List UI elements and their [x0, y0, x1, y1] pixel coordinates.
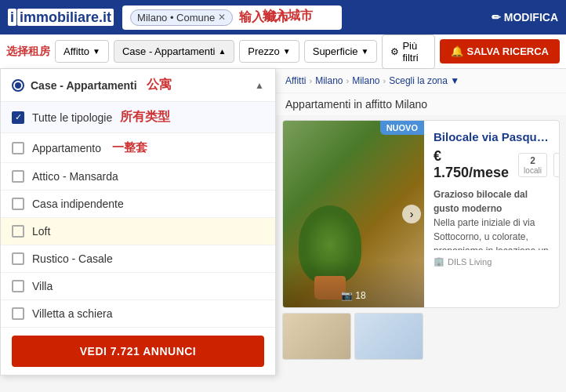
- price-row: € 1.750/mese 2 locali 57 m² superficie: [434, 148, 550, 181]
- breadcrumb-arrow-2: ›: [346, 76, 350, 85]
- tipologia-filter[interactable]: Case - Appartamenti ▲: [114, 40, 234, 63]
- chevron-up-icon: ▲: [218, 47, 226, 56]
- radio-selected-icon: [12, 79, 24, 92]
- listing-info: Bilocale via Pasquale Sottocorr € 1.750/…: [424, 121, 559, 307]
- listing-area: Affitti › Milano › Milano › Scegli la zo…: [276, 69, 566, 392]
- option-attico[interactable]: Attico - Mansarda: [1, 163, 275, 191]
- prezzo-filter[interactable]: Prezzo ▼: [239, 40, 299, 63]
- listing-title[interactable]: Bilocale via Pasquale Sottocorr: [434, 130, 550, 143]
- attico-label: Attico - Mansarda: [32, 170, 118, 183]
- dropdown-header-row: Case - Appartamenti 公寓 ▲: [1, 69, 275, 102]
- appartamento-zh: 一整套: [112, 140, 147, 155]
- checkbox-villetta: [12, 307, 24, 320]
- chevron-down-icon-2: ▼: [283, 47, 291, 56]
- listing-image: NUOVO › 📷 18: [283, 121, 424, 307]
- all-typologies-row[interactable]: Tutte le tipologie 所有类型: [1, 102, 275, 133]
- breadcrumb-arrow-1: ›: [309, 76, 312, 85]
- modifica-button[interactable]: MODIFICA: [492, 11, 558, 24]
- search-bar[interactable]: Milano • Comune ✕ 输入城市: [122, 5, 342, 30]
- salva-ricerca-button[interactable]: SALVA RICERCA: [440, 39, 560, 64]
- checkbox-attico: [12, 170, 24, 183]
- nuovo-badge: NUOVO: [380, 121, 424, 135]
- city-tag[interactable]: Milano • Comune ✕: [130, 9, 233, 26]
- agency-badge: 🏢 DILS Living: [434, 256, 550, 267]
- checkbox-villa: [12, 280, 24, 292]
- checkbox-rustico: [12, 252, 24, 265]
- main-content: Case - Appartamenti 公寓 ▲ Tutte le tipolo…: [0, 69, 566, 392]
- listing-card[interactable]: NUOVO › 📷 18 Bilocale via Pasquale Sotto…: [282, 120, 560, 308]
- desc-title: Grazioso bilocale dal gusto moderno: [434, 189, 528, 214]
- breadcrumb-arrow-3: ›: [383, 76, 386, 85]
- chevron-down-icon-3: ▼: [361, 47, 369, 56]
- appartamento-label: Appartamento: [32, 142, 101, 154]
- next-image-button[interactable]: ›: [402, 205, 421, 223]
- remove-city-icon[interactable]: ✕: [218, 12, 226, 23]
- piu-filtri-button[interactable]: ⚙ Più filtri: [382, 34, 434, 69]
- thumbnail-strip: [282, 313, 560, 360]
- breadcrumb-affitti[interactable]: Affitti: [285, 75, 306, 86]
- page-title: Appartamenti in affitto Milano: [276, 93, 566, 115]
- agency-icon: 🏢: [434, 256, 444, 267]
- photo-count: 📷 18: [341, 290, 365, 301]
- rustico-label: Rustico - Casale: [32, 252, 113, 265]
- logo: iimmobiliare.it: [8, 9, 114, 26]
- listing-price: € 1.750/mese: [434, 148, 509, 181]
- breadcrumb: Affitti › Milano › Milano › Scegli la zo…: [276, 69, 566, 93]
- header: iimmobiliare.it Milano • Comune ✕ 输入城市 M…: [0, 0, 566, 34]
- agency-name: DILS Living: [448, 257, 492, 267]
- sliders-icon: ⚙: [390, 46, 399, 57]
- option-villetta[interactable]: Villetta a schiera: [1, 300, 275, 328]
- zh-rent-label: 选择租房: [6, 45, 50, 59]
- loft-label: Loft: [32, 225, 50, 238]
- chevron-up-icon-dropdown[interactable]: ▲: [255, 80, 264, 91]
- all-label: Tutte le tipologie: [32, 111, 112, 124]
- thumbnail-1[interactable]: [282, 313, 351, 360]
- tipologia-dropdown: Case - Appartamenti 公寓 ▲ Tutte le tipolo…: [0, 69, 276, 376]
- checkbox-appartamento: [12, 142, 24, 154]
- input-city-hint: 输入城市: [239, 9, 289, 26]
- checkbox-casa: [12, 198, 24, 210]
- chevron-down-icon: ▼: [93, 47, 100, 56]
- listing-description: Grazioso bilocale dal gusto moderno Nell…: [434, 187, 550, 250]
- option-villa[interactable]: Villa: [1, 273, 275, 300]
- villetta-label: Villetta a schiera: [32, 307, 112, 320]
- thumbnail-2[interactable]: [354, 313, 423, 360]
- locali-tag: 2 locali: [518, 153, 547, 177]
- breadcrumb-region[interactable]: Milano: [315, 75, 343, 86]
- option-loft[interactable]: Loft: [1, 218, 275, 245]
- option-rustico[interactable]: Rustico - Casale: [1, 245, 275, 273]
- breadcrumb-zona[interactable]: Scegli la zona ▼: [389, 75, 459, 86]
- option-appartamento[interactable]: Appartamento 一整套: [1, 133, 275, 163]
- all-zh-label: 所有类型: [120, 109, 170, 125]
- breadcrumb-city[interactable]: Milano: [352, 75, 379, 86]
- city-tag-label: Milano • Comune: [137, 12, 215, 24]
- superficie-filter[interactable]: Superficie ▼: [304, 40, 378, 63]
- affitto-filter[interactable]: Affitto ▼: [55, 40, 109, 63]
- image-controls: 📷 18: [283, 290, 424, 301]
- casa-label: Casa indipendente: [32, 198, 124, 210]
- option-casa[interactable]: Casa indipendente: [1, 191, 275, 218]
- vedi-annunci-button[interactable]: VEDI 7.721 ANNUNCI: [12, 336, 264, 367]
- dropdown-header-label: Case - Appartamenti: [31, 79, 137, 92]
- villa-label: Villa: [32, 280, 53, 292]
- superficie-tag: 57 m² superficie: [553, 153, 559, 177]
- checkbox-loft: [12, 225, 24, 238]
- filter-bar: 选择租房 Affitto ▼ Case - Appartamenti ▲ Pre…: [0, 34, 566, 69]
- listing-meta: 2 locali 57 m² superficie: [518, 153, 559, 177]
- checkbox-all-checked: [12, 111, 24, 124]
- plant-decoration: [299, 205, 361, 284]
- dropdown-header-zh: 公寓: [147, 77, 172, 93]
